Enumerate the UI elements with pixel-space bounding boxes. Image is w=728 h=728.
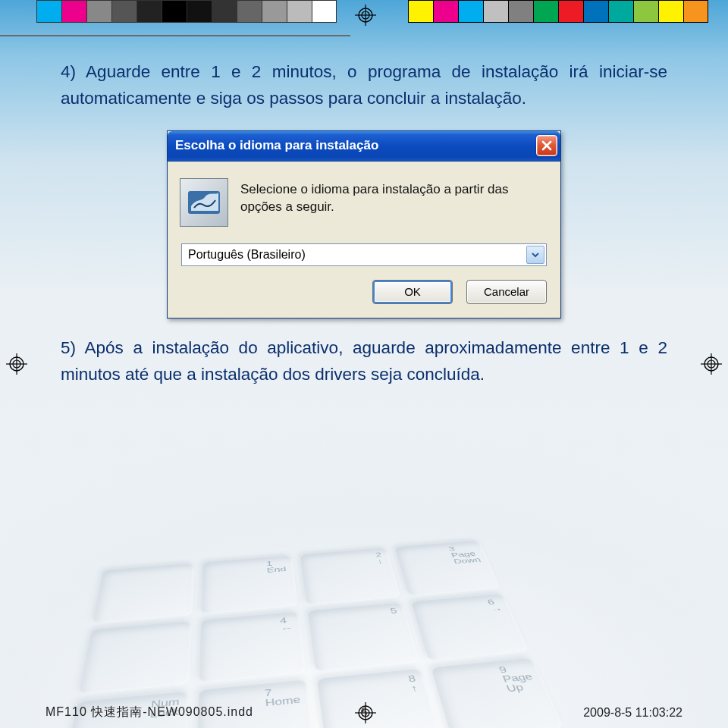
close-button[interactable] xyxy=(536,135,557,156)
registration-mark-top xyxy=(355,5,376,26)
language-select[interactable]: Português (Brasileiro) xyxy=(181,243,547,266)
cancel-button[interactable]: Cancelar xyxy=(466,280,547,304)
footer-datetime: 2009-8-5 11:03:22 xyxy=(583,706,682,720)
ok-button[interactable]: OK xyxy=(372,280,453,304)
chevron-down-icon xyxy=(526,246,544,264)
print-colorbar-right xyxy=(408,0,708,24)
language-select-value: Português (Brasileiro) xyxy=(188,248,306,262)
footer-pagenum: 6 xyxy=(361,706,368,720)
print-footer: MF110 快速指南-NEW090805.indd 6 2009-8-5 11:… xyxy=(46,704,682,720)
footer-filename: MF110 快速指南-NEW090805.indd xyxy=(46,704,253,720)
registration-mark-left xyxy=(6,353,27,375)
print-colorbar-left xyxy=(36,0,337,24)
header-rule xyxy=(0,35,350,36)
language-dialog: Escolha o idioma para instalação Selecio… xyxy=(167,130,561,318)
page-content: 4) Aguarde entre 1 e 2 minutos, o progra… xyxy=(0,0,728,728)
step-4-text: 4) Aguarde entre 1 e 2 minutos, o progra… xyxy=(61,59,667,112)
screenshot-wrap: Escolha o idioma para instalação Selecio… xyxy=(61,130,667,318)
close-icon xyxy=(541,140,553,152)
registration-mark-right xyxy=(701,353,722,375)
dialog-titlebar: Escolha o idioma para instalação xyxy=(168,131,560,162)
installer-icon xyxy=(180,178,228,227)
dialog-message: Selecione o idioma para instalação a par… xyxy=(240,178,547,227)
dialog-title: Escolha o idioma para instalação xyxy=(175,138,378,153)
step-5-text: 5) Após a instalação do aplicativo, agua… xyxy=(61,335,667,388)
